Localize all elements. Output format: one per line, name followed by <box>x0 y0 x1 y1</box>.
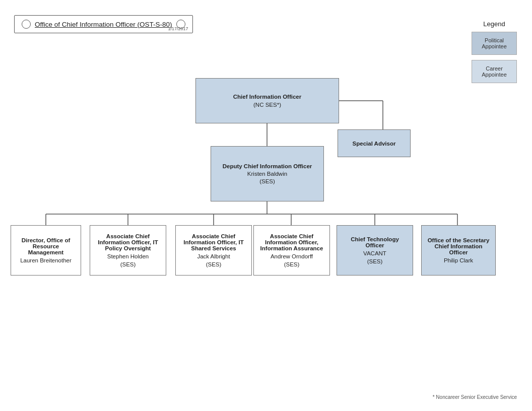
legend-title: Legend <box>472 20 517 28</box>
legend: Legend Political Appointee Career Appoin… <box>472 20 517 88</box>
acio-assurance-title: Associate Chief Information Officer, Inf… <box>258 233 325 251</box>
acio-shared-grade: (SES) <box>206 261 222 267</box>
ots-cio-box: Office of the Secretary Chief Informatio… <box>421 225 496 276</box>
cio-title: Chief Information Officer <box>233 94 301 100</box>
acio-policy-name: Stephen Holden <box>107 253 149 259</box>
cio-box: Chief Information Officer (NC SES*) <box>195 78 339 123</box>
header-date: 1/17/2017 <box>168 26 188 31</box>
page: Office of Chief Information Officer (OST… <box>0 0 532 411</box>
cto-grade: (SES) <box>367 258 383 264</box>
special-advisor-box: Special Advisor <box>338 129 411 157</box>
cto-box: Chief Technology Officer VACANT (SES) <box>337 225 413 276</box>
cto-title: Chief Technology Officer <box>341 236 409 248</box>
deputy-grade: (SES) <box>259 178 275 184</box>
legend-political: Political Appointee <box>472 32 517 55</box>
director-orm-box: Director, Office of Resource Management … <box>11 225 81 276</box>
acio-shared-name: Jack Albright <box>197 253 230 259</box>
acio-assurance-box: Associate Chief Information Officer, Inf… <box>253 225 330 276</box>
footnote: * Noncareer Senior Executive Service <box>433 394 517 400</box>
acio-shared-title: Associate Chief Information Officer, IT … <box>180 233 247 251</box>
acio-policy-grade: (SES) <box>120 261 136 267</box>
acio-policy-box: Associate Chief Information Officer, IT … <box>90 225 166 276</box>
special-advisor-title: Special Advisor <box>353 141 396 147</box>
acio-shared-box: Associate Chief Information Officer, IT … <box>175 225 252 276</box>
acio-assurance-name: Andrew Orndorff <box>271 253 313 259</box>
header-title: Office of Chief Information Officer (OST… <box>35 21 172 28</box>
legend-career: Career Appointee <box>472 60 517 83</box>
ots-cio-name: Philip Clark <box>444 257 473 263</box>
deputy-title: Deputy Chief Information Officer <box>223 163 312 169</box>
ots-cio-title: Office of the Secretary Chief Informatio… <box>426 237 491 255</box>
deputy-cio-box: Deputy Chief Information Officer Kristen… <box>211 146 324 201</box>
acio-policy-title: Associate Chief Information Officer, IT … <box>94 233 162 251</box>
acio-assurance-grade: (SES) <box>284 261 300 267</box>
director-orm-name: Lauren Breitenother <box>20 257 72 263</box>
cto-vacant: VACANT <box>363 250 386 256</box>
deputy-name: Kristen Baldwin <box>247 171 287 177</box>
cio-grade: (NC SES*) <box>253 102 281 108</box>
header-box: Office of Chief Information Officer (OST… <box>14 15 193 33</box>
director-orm-title: Director, Office of Resource Management <box>15 237 77 255</box>
header-circle-icon <box>22 20 31 29</box>
